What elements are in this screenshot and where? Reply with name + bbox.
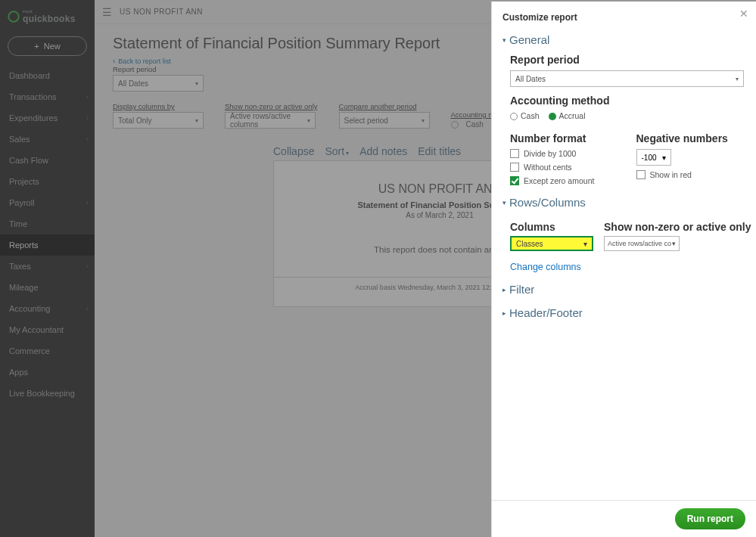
divide-by-1000-checkbox[interactable]: Divide by 1000 — [510, 149, 618, 158]
active-rows-select[interactable]: Active rows/active co▾ — [604, 236, 680, 251]
triangle-right-icon: ▸ — [502, 309, 506, 317]
show-in-red-checkbox[interactable]: Show in red — [636, 170, 745, 179]
chevron-down-icon: ▾ — [583, 240, 587, 248]
negative-numbers-heading: Negative numbers — [636, 132, 745, 144]
number-format-heading: Number format — [510, 132, 618, 144]
chevron-down-icon: ▾ — [736, 76, 739, 82]
section-filter[interactable]: ▸ Filter — [502, 283, 744, 296]
drawer-title: Customize report — [502, 12, 744, 23]
customize-report-drawer: ✕ Customize report ▾ General Report peri… — [491, 2, 756, 537]
show-nonzero-heading: Show non-zero or active only — [604, 221, 751, 233]
columns-heading: Columns — [510, 221, 593, 233]
report-period-heading: Report period — [510, 54, 744, 66]
columns-select[interactable]: Classes▾ — [510, 236, 593, 251]
drawer-accrual-radio[interactable]: Accrual — [549, 111, 586, 120]
triangle-down-icon: ▾ — [502, 199, 506, 206]
section-general[interactable]: ▾ General — [502, 33, 744, 46]
chevron-down-icon: ▾ — [672, 240, 676, 247]
triangle-right-icon: ▸ — [502, 286, 506, 293]
section-header-footer[interactable]: ▸ Header/Footer — [502, 306, 744, 319]
chevron-down-icon: ▾ — [662, 154, 666, 162]
run-report-button[interactable]: Run report — [675, 508, 745, 529]
negative-numbers-select[interactable]: -100▾ — [636, 149, 671, 166]
triangle-down-icon: ▾ — [502, 36, 506, 44]
without-cents-checkbox[interactable]: Without cents — [510, 163, 618, 172]
accounting-method-heading: Accounting method — [510, 95, 744, 107]
except-zero-checkbox[interactable]: Except zero amount — [510, 176, 618, 185]
change-columns-link[interactable]: Change columns — [510, 262, 744, 272]
drawer-report-period-select[interactable]: All Dates▾ — [510, 70, 744, 87]
drawer-cash-radio[interactable]: Cash — [510, 111, 540, 120]
close-icon[interactable]: ✕ — [739, 8, 748, 20]
section-rows-columns[interactable]: ▾ Rows/Columns — [502, 196, 744, 209]
